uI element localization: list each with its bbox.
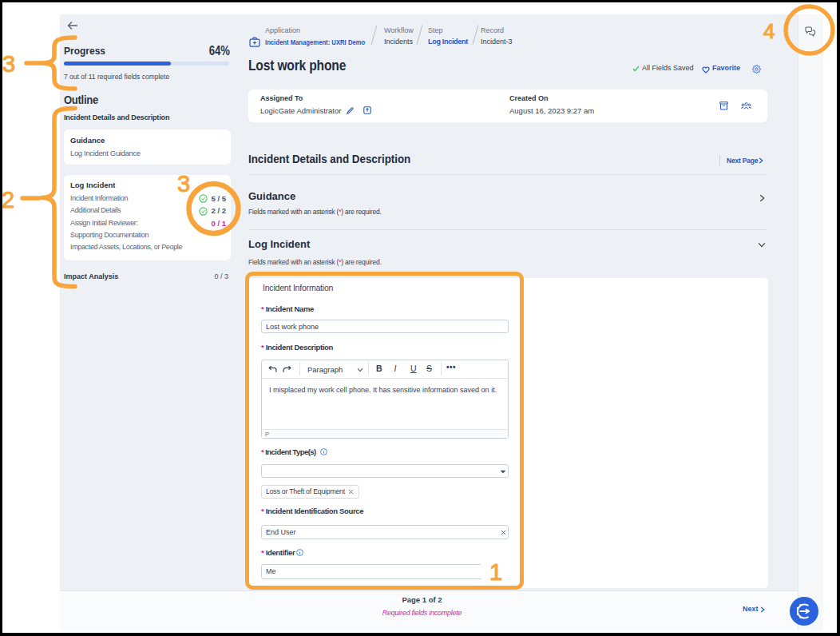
svg-text:1: 1 [489,559,502,585]
svg-text:3: 3 [177,171,190,197]
svg-text:3: 3 [2,51,15,77]
svg-text:2: 2 [2,187,14,213]
svg-text:4: 4 [763,19,775,43]
